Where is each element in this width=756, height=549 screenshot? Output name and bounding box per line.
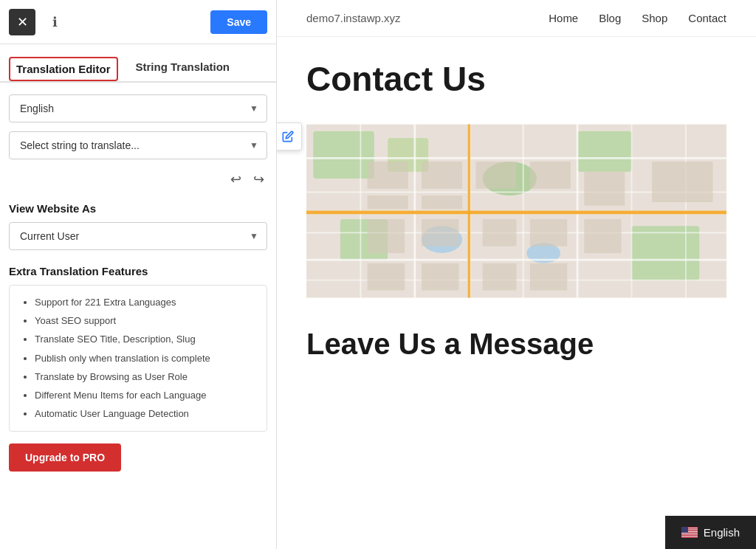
undo-redo-bar: ↩ ↪ (9, 168, 267, 190)
language-select[interactable]: English Spanish French German (9, 94, 267, 122)
svg-rect-38 (483, 263, 517, 291)
svg-rect-1 (313, 131, 374, 179)
tabs-bar: Translation Editor String Translation (0, 44, 276, 83)
svg-rect-28 (422, 196, 462, 209)
svg-rect-54 (681, 527, 688, 533)
site-nav: Home Blog Shop Contact (549, 12, 726, 24)
svg-rect-29 (530, 162, 571, 189)
list-item: Translate SEO Title, Description, Slug (35, 333, 255, 346)
svg-rect-24 (368, 162, 408, 189)
save-button[interactable]: Save (210, 10, 267, 34)
map-wrapper (306, 117, 726, 305)
site-content: Contact Us (277, 37, 756, 383)
svg-rect-25 (422, 162, 462, 189)
user-dropdown-wrap: Current User Guest Administrator ▼ (9, 222, 267, 250)
upgrade-button[interactable]: Upgrade to PRO (9, 443, 121, 472)
view-website-as-section: View Website As Current User Guest Admin… (9, 202, 267, 250)
page-title: Contact Us (306, 59, 726, 99)
list-item: Automatic User Language Detection (35, 407, 255, 421)
map-svg (306, 117, 726, 305)
english-badge[interactable]: English (665, 516, 756, 549)
svg-rect-50 (681, 534, 698, 535)
svg-rect-27 (368, 196, 408, 209)
svg-rect-36 (368, 263, 405, 291)
nav-home[interactable]: Home (549, 12, 578, 24)
redo-button[interactable]: ↪ (250, 168, 267, 190)
right-panel: demo7.instawp.xyz Home Blog Shop Contact… (277, 0, 756, 549)
svg-rect-32 (422, 219, 458, 246)
top-bar: ✕ ℹ Save (0, 0, 276, 44)
features-box: Support for 221 Extra Languages Yoast SE… (9, 285, 267, 432)
svg-rect-4 (577, 131, 631, 172)
svg-rect-30 (584, 172, 625, 206)
svg-rect-37 (422, 263, 458, 291)
svg-rect-40 (652, 162, 713, 202)
string-select[interactable]: Select string to translate... (9, 131, 267, 159)
edit-map-button[interactable] (277, 122, 302, 151)
svg-rect-34 (530, 219, 567, 246)
tab-translation-editor[interactable]: Translation Editor (9, 57, 118, 81)
nav-shop[interactable]: Shop (642, 12, 667, 24)
svg-rect-51 (681, 536, 698, 536)
language-dropdown-wrap: English Spanish French German ▼ (9, 94, 267, 122)
extra-features-section: Extra Translation Features Support for 2… (9, 265, 267, 472)
svg-rect-31 (368, 219, 405, 253)
string-dropdown-wrap: Select string to translate... ▼ (9, 131, 267, 159)
undo-button[interactable]: ↩ (227, 168, 244, 190)
us-flag-icon (681, 527, 698, 538)
svg-rect-26 (475, 162, 516, 189)
svg-rect-49 (681, 534, 698, 534)
list-item: Translate by Browsing as User Role (35, 370, 255, 384)
svg-rect-35 (584, 219, 621, 253)
extra-features-label: Extra Translation Features (9, 265, 267, 277)
list-item: Yoast SEO support (35, 314, 255, 328)
list-item: Support for 221 Extra Languages (35, 296, 255, 309)
svg-rect-39 (530, 263, 567, 291)
close-button[interactable]: ✕ (9, 9, 35, 35)
site-header: demo7.instawp.xyz Home Blog Shop Contact (277, 0, 756, 37)
site-url: demo7.instawp.xyz (306, 12, 549, 24)
english-badge-label: English (704, 526, 740, 539)
user-select[interactable]: Current User Guest Administrator (9, 222, 267, 250)
svg-rect-33 (483, 219, 517, 246)
map-container (306, 117, 726, 305)
nav-contact[interactable]: Contact (688, 12, 726, 24)
svg-rect-52 (681, 536, 698, 537)
view-website-label: View Website As (9, 202, 267, 215)
list-item: Publish only when translation is complet… (35, 352, 255, 365)
svg-rect-53 (681, 537, 698, 538)
leave-message-title: Leave Us a Message (306, 328, 726, 361)
info-button[interactable]: ℹ (41, 9, 68, 35)
list-item: Different Menu Items for each Language (35, 389, 255, 402)
features-list: Support for 221 Extra Languages Yoast SE… (21, 296, 255, 421)
nav-blog[interactable]: Blog (599, 12, 621, 24)
tab-string-translation[interactable]: String Translation (133, 55, 233, 81)
panel-content: English Spanish French German ▼ Select s… (0, 83, 276, 549)
left-panel: ✕ ℹ Save Translation Editor String Trans… (0, 0, 277, 549)
svg-rect-48 (681, 533, 698, 534)
svg-rect-6 (632, 226, 700, 280)
